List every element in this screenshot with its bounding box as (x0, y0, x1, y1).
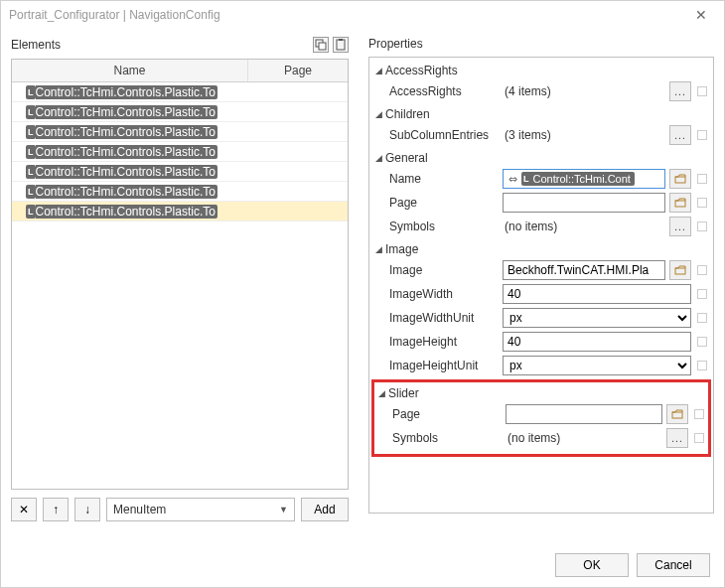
slider-page-input[interactable] (506, 404, 662, 424)
highlight-box: ◢ Slider Page Symbols (no items) ... (371, 379, 711, 457)
collapse-icon: ◢ (375, 244, 385, 254)
prop-imagewidth: ImageWidth (371, 282, 711, 306)
table-row[interactable]: LControl::TcHmi.Controls.Plastic.To (12, 202, 348, 221)
table-row[interactable]: LControl::TcHmi.Controls.Plastic.To (12, 182, 348, 202)
group-general: ◢ General Name ⇔ L Control::TcHmi.Cont (371, 149, 711, 238)
dialog-footer: OK Cancel (541, 543, 724, 587)
group-header-children[interactable]: ◢ Children (371, 105, 711, 123)
svg-rect-2 (337, 40, 345, 50)
svg-rect-4 (675, 177, 685, 183)
svg-rect-7 (672, 412, 682, 418)
table-row[interactable]: LControl::TcHmi.Controls.Plastic.To (12, 102, 348, 122)
row-name: Control::TcHmi.Controls.Plastic.To (36, 185, 218, 199)
link-icon: ⇔ (504, 170, 521, 188)
type-badge: L (26, 105, 36, 119)
prop-imageheightunit: ImageHeightUnit px (371, 354, 711, 377)
type-badge: L (26, 205, 36, 219)
col-page[interactable]: Page (248, 60, 348, 81)
reset-slot[interactable] (697, 130, 707, 140)
reset-slot[interactable] (697, 289, 707, 299)
copy-icon[interactable] (313, 37, 329, 53)
reset-slot[interactable] (697, 313, 707, 323)
cancel-button[interactable]: Cancel (637, 553, 710, 577)
prop-slider-page: Page (374, 402, 708, 426)
row-name: Control::TcHmi.Controls.Plastic.To (36, 205, 218, 219)
prop-slider-symbols: Symbols (no items) ... (374, 426, 708, 450)
collapse-icon: ◢ (375, 153, 385, 163)
type-badge: L (26, 125, 36, 139)
add-button[interactable]: Add (301, 498, 349, 521)
group-header-accessrights[interactable]: ◢ AccessRights (371, 62, 711, 79)
reset-slot[interactable] (697, 221, 707, 231)
browse-button[interactable] (669, 193, 691, 213)
reset-slot[interactable] (697, 198, 707, 208)
chevron-down-icon: ▼ (279, 505, 288, 514)
prop-symbols: Symbols (no items) ... (371, 215, 711, 238)
imagewidth-input[interactable] (503, 284, 691, 304)
type-badge: L (26, 85, 36, 99)
browse-button[interactable] (666, 404, 688, 424)
properties-label: Properties (368, 37, 714, 51)
row-name: Control::TcHmi.Controls.Plastic.To (36, 145, 218, 159)
reset-slot[interactable] (697, 86, 707, 96)
group-header-slider[interactable]: ◢ Slider (374, 384, 708, 402)
reset-slot[interactable] (697, 337, 707, 347)
paste-icon[interactable] (333, 37, 349, 53)
table-row[interactable]: LControl::TcHmi.Controls.Plastic.To (12, 82, 348, 102)
delete-button[interactable]: ✕ (11, 498, 37, 521)
browse-button[interactable] (669, 169, 691, 189)
collapse-icon: ◢ (375, 109, 385, 119)
move-up-button[interactable]: ↑ (43, 498, 69, 521)
window-title: Portrait_Configurator | NavigationConfig (9, 8, 686, 22)
svg-rect-3 (339, 39, 343, 41)
elements-grid: Name Page LControl::TcHmi.Controls.Plast… (11, 59, 349, 490)
table-row[interactable]: LControl::TcHmi.Controls.Plastic.To (12, 122, 348, 142)
reset-slot[interactable] (697, 174, 707, 184)
type-badge: L (26, 165, 36, 179)
ok-button[interactable]: OK (555, 553, 629, 577)
prop-page: Page (371, 191, 711, 215)
row-name: Control::TcHmi.Controls.Plastic.To (36, 105, 218, 119)
svg-rect-1 (319, 43, 326, 50)
title-bar: Portrait_Configurator | NavigationConfig… (1, 1, 724, 29)
group-children: ◢ Children SubColumnEntries (3 items) ..… (371, 105, 711, 147)
row-name: Control::TcHmi.Controls.Plastic.To (36, 125, 218, 139)
reset-slot[interactable] (697, 361, 707, 370)
svg-rect-5 (675, 201, 685, 207)
imagewidthunit-select[interactable]: px (503, 308, 691, 328)
imageheightunit-select[interactable]: px (503, 356, 691, 375)
reset-slot[interactable] (697, 265, 707, 275)
svg-rect-6 (675, 268, 685, 274)
reset-slot[interactable] (694, 433, 704, 443)
collapse-icon: ◢ (378, 388, 388, 398)
group-header-image[interactable]: ◢ Image (371, 240, 711, 258)
edit-button[interactable]: ... (669, 125, 691, 145)
edit-button[interactable]: ... (669, 217, 691, 236)
elements-label: Elements (11, 38, 309, 52)
prop-imagewidthunit: ImageWidthUnit px (371, 306, 711, 330)
table-row[interactable]: LControl::TcHmi.Controls.Plastic.To (12, 162, 348, 182)
properties-panel: Properties ◢ AccessRights AccessRights (… (359, 29, 724, 529)
type-combo[interactable]: MenuItem ▼ (106, 498, 295, 521)
close-icon[interactable]: ✕ (686, 7, 716, 23)
type-badge: L (26, 145, 36, 159)
browse-button[interactable] (669, 260, 691, 280)
type-badge: L (26, 185, 36, 199)
reset-slot[interactable] (694, 409, 704, 419)
collapse-icon: ◢ (375, 66, 385, 75)
move-down-button[interactable]: ↓ (74, 498, 100, 521)
edit-button[interactable]: ... (669, 81, 691, 101)
group-image: ◢ Image Image ImageWidth ImageWidthUnit … (371, 240, 711, 377)
edit-button[interactable]: ... (666, 428, 688, 448)
prop-subcolumnentries: SubColumnEntries (3 items) ... (371, 123, 711, 147)
name-input[interactable]: ⇔ L Control::TcHmi.Cont (503, 169, 665, 189)
col-name[interactable]: Name (12, 60, 248, 81)
group-header-general[interactable]: ◢ General (371, 149, 711, 167)
prop-image: Image (371, 258, 711, 282)
table-row[interactable]: LControl::TcHmi.Controls.Plastic.To (12, 142, 348, 162)
image-input[interactable] (503, 260, 665, 280)
imageheight-input[interactable] (503, 332, 691, 352)
combo-value: MenuItem (113, 503, 166, 516)
grid-header: Name Page (12, 60, 348, 82)
page-input[interactable] (503, 193, 665, 213)
